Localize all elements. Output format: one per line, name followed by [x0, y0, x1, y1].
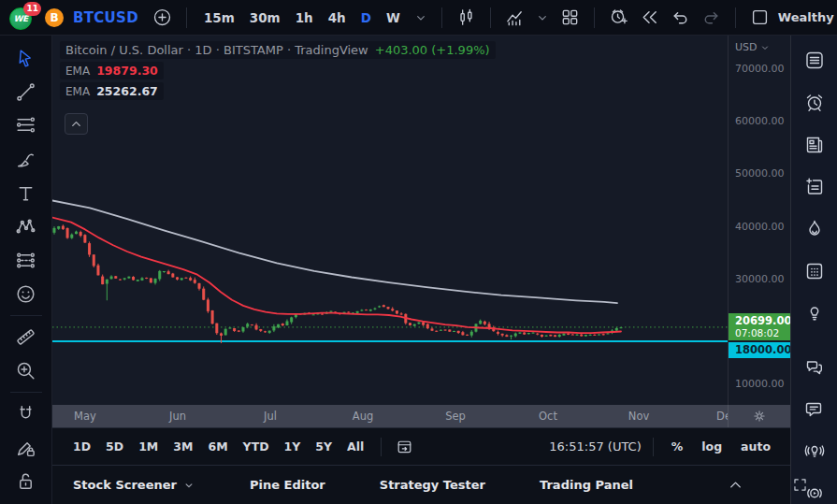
timeframe-4h[interactable]: 4h	[323, 7, 352, 28]
current-price-value: 20699.00	[735, 314, 790, 327]
redo-arrow-icon	[700, 7, 722, 28]
chevron-down-icon	[182, 479, 195, 492]
price-axis[interactable]: USD 70000.0060000.0050000.0040000.003000…	[728, 36, 790, 405]
timeframe-w[interactable]: W	[381, 7, 406, 28]
symbol-button[interactable]: BTCUSD	[73, 9, 138, 26]
tab-trading-panel[interactable]: Trading Panel	[534, 477, 639, 493]
ema-label: EMA	[65, 85, 90, 98]
tab-stock-screener[interactable]: Stock Screener	[67, 477, 201, 493]
tool-drawing-lock[interactable]	[8, 432, 44, 463]
public-chat-icon	[803, 354, 826, 380]
bottom-panel: Stock ScreenerPine EditorStrategy Tester…	[52, 465, 790, 504]
time-axis[interactable]: MayJunJulAugSepOctNovDe	[52, 405, 728, 427]
ruler-icon	[14, 325, 37, 349]
sidebar-news[interactable]	[798, 129, 831, 159]
chart-settings-button[interactable]	[728, 405, 790, 427]
tab-strategy-tester[interactable]: Strategy Tester	[374, 477, 491, 493]
indicators-menu-button[interactable]	[533, 8, 552, 27]
scale-log[interactable]: log	[695, 436, 729, 457]
timeframe-15m[interactable]: 15m	[198, 7, 240, 28]
redo-button[interactable]	[699, 5, 724, 30]
sidebar-streams[interactable]	[798, 436, 831, 466]
bar-countdown: 07:08:02	[735, 327, 790, 339]
timeframe-1h[interactable]: 1h	[290, 7, 319, 28]
tool-text[interactable]	[8, 178, 44, 209]
tool-emoji[interactable]	[8, 279, 44, 310]
tool-fib-retracement[interactable]	[8, 110, 44, 141]
grid-layout-icon	[559, 7, 581, 28]
ema-label: EMA	[65, 65, 90, 78]
range-5y[interactable]: 5Y	[310, 436, 338, 457]
magnet-icon	[14, 402, 37, 425]
timeframe-d[interactable]: D	[355, 7, 377, 28]
legend-symbol-title: Bitcoin / U.S. Dollar · 1D · BITSTAMP · …	[65, 43, 368, 57]
tool-magnet[interactable]	[8, 398, 44, 429]
legend-ema-row-2: EMA 25262.67	[60, 82, 164, 100]
compare-add-button[interactable]	[150, 5, 175, 30]
tool-trend-line[interactable]	[8, 77, 44, 108]
private-chat-icon	[803, 396, 826, 422]
sidebar-calendar[interactable]	[798, 255, 831, 285]
undo-button[interactable]	[668, 5, 693, 30]
tool-forecast[interactable]	[8, 245, 44, 276]
expand-corners-icon	[791, 476, 809, 494]
toolbar-divider	[186, 7, 187, 28]
undo-arrow-icon	[670, 7, 691, 28]
save-layout-button[interactable]	[747, 5, 772, 30]
notes-icon	[803, 174, 826, 199]
tool-xabcd-pattern[interactable]	[8, 211, 44, 242]
drawing-lock-icon	[14, 436, 37, 459]
scale-auto[interactable]: auto	[734, 436, 777, 457]
tool-ruler[interactable]	[8, 322, 44, 353]
sidebar-ideas[interactable]	[798, 297, 831, 327]
range-1d[interactable]: 1D	[67, 436, 96, 457]
range-3m[interactable]: 3M	[167, 436, 198, 457]
chart-style-button[interactable]	[454, 5, 479, 30]
tool-zoom-in[interactable]	[8, 355, 44, 386]
axis-currency-toggle[interactable]: USD	[735, 41, 771, 53]
sidebar-notes[interactable]	[798, 171, 831, 201]
range-1y[interactable]: 1Y	[279, 436, 307, 457]
layout-grid-button[interactable]	[557, 5, 583, 30]
sidebar-watchlist[interactable]	[798, 45, 831, 75]
sidebar-hotlists[interactable]	[798, 213, 831, 243]
tool-lock[interactable]	[8, 466, 44, 497]
tool-cursor[interactable]	[8, 43, 44, 74]
panel-maximize-button[interactable]	[789, 474, 811, 496]
goto-date-button[interactable]	[393, 435, 416, 458]
bar-replay-button[interactable]	[637, 5, 662, 30]
panel-collapse-button[interactable]	[725, 474, 746, 496]
tab-label: Pine Editor	[250, 478, 325, 492]
legend-collapse-button[interactable]	[65, 113, 88, 135]
session-clock[interactable]: 16:51:57 (UTC)	[549, 439, 641, 454]
app-logo[interactable]: WE 11	[7, 4, 39, 32]
sidebar-alerts[interactable]	[798, 87, 831, 117]
range-6m[interactable]: 6M	[202, 436, 233, 457]
sidebar-private-chat[interactable]	[798, 394, 831, 424]
range-1m[interactable]: 1M	[133, 436, 164, 457]
chart-pane[interactable]: Bitcoin / U.S. Dollar · 1D · BITSTAMP · …	[52, 36, 728, 405]
month-label: Jun	[169, 410, 186, 423]
timeframe-menu-button[interactable]	[411, 8, 430, 27]
range-5d[interactable]: 5D	[100, 436, 129, 457]
toolbar-divider	[735, 7, 736, 28]
sidebar-divider	[10, 392, 42, 393]
alert-price-label[interactable]: 18000.00	[729, 342, 790, 358]
layout-name[interactable]: Wealthy Educ...	[778, 10, 837, 24]
range-all[interactable]: All	[341, 436, 369, 457]
hotlists-icon	[803, 216, 826, 241]
create-alert-button[interactable]	[606, 5, 631, 30]
brush-icon	[14, 148, 37, 171]
price-tick: 40000.00	[735, 220, 785, 232]
toolbar-divider	[653, 438, 654, 456]
legend-ema-row-1: EMA 19879.30	[60, 62, 164, 79]
indicators-button[interactable]	[502, 5, 527, 30]
range-ytd[interactable]: YTD	[238, 436, 275, 457]
sidebar-public-chat[interactable]	[798, 352, 831, 382]
tool-brush[interactable]	[8, 144, 44, 175]
axis-currency-label: USD	[735, 41, 758, 53]
scale-percent[interactable]: %	[665, 436, 690, 457]
timeframe-30m[interactable]: 30m	[244, 7, 286, 28]
text-icon	[14, 181, 37, 205]
tab-pine-editor[interactable]: Pine Editor	[244, 477, 331, 493]
